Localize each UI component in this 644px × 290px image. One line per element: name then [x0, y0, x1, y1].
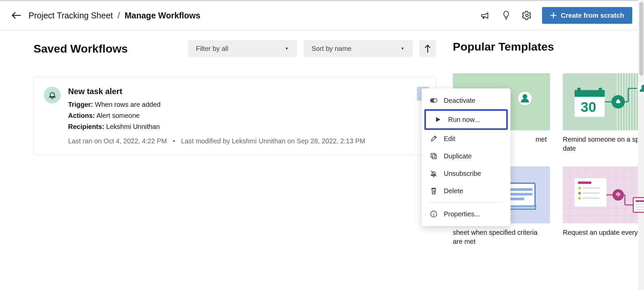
recipients-label: Recipients:: [68, 123, 104, 130]
create-button-label: Create from scratch: [561, 12, 624, 19]
svg-rect-11: [599, 88, 602, 92]
svg-rect-33: [583, 197, 600, 199]
gear-icon: [522, 10, 532, 20]
svg-rect-47: [431, 153, 435, 157]
svg-rect-10: [577, 88, 581, 92]
create-from-scratch-button[interactable]: Create from scratch: [542, 7, 632, 24]
svg-rect-22: [507, 188, 532, 191]
actions-line: Actions: Alert someone: [68, 112, 426, 120]
breadcrumb-current: Manage Workflows: [124, 11, 200, 20]
tips-button[interactable]: [500, 10, 512, 21]
svg-rect-27: [578, 182, 591, 184]
svg-point-1: [526, 14, 528, 17]
menu-duplicate[interactable]: Duplicate: [422, 147, 511, 165]
recipients-value: Lekshmi Unnithan: [106, 123, 160, 130]
menu-unsubscribe[interactable]: Unsubscribe: [422, 165, 511, 182]
card-footer: Last ran on Oct 4, 2022, 4:22 PM • Last …: [68, 137, 426, 145]
toggle-on-icon: [430, 96, 438, 104]
card-head: New task alert Trigger: When rows are ad…: [44, 87, 426, 145]
template-card[interactable]: Request an update every week: [563, 166, 644, 246]
vertical-scrollbar[interactable]: [638, 0, 644, 290]
menu-edit[interactable]: Edit: [422, 130, 511, 147]
svg-text:30: 30: [581, 99, 596, 115]
menu-label: Edit: [444, 135, 455, 143]
menu-label: Deactivate: [444, 97, 476, 104]
menu-label: Duplicate: [444, 152, 472, 160]
trash-icon: [430, 187, 438, 195]
template-illustration-icon: [568, 171, 644, 218]
actions-label: Actions:: [68, 112, 95, 119]
svg-point-17: [618, 99, 619, 100]
play-icon: [434, 116, 442, 124]
breadcrumb: Project Tracking Sheet / Manage Workflow…: [29, 11, 200, 20]
menu-run-now[interactable]: Run now...: [424, 109, 508, 130]
caret-down-icon: ▼: [285, 46, 289, 51]
svg-rect-32: [583, 192, 600, 194]
topbar-left: Project Tracking Sheet / Manage Workflow…: [12, 11, 200, 20]
breadcrumb-parent[interactable]: Project Tracking Sheet: [29, 11, 113, 20]
scrollbar-thumb[interactable]: [639, 2, 643, 76]
menu-label: Properties...: [444, 210, 480, 218]
last-modified-text: Last modified by Lekshmi Unnithan on Sep…: [181, 137, 365, 145]
svg-rect-31: [583, 187, 600, 189]
template-thumbnail: [563, 166, 644, 223]
svg-point-28: [578, 187, 581, 190]
back-arrow-button[interactable]: [12, 11, 21, 20]
svg-marker-45: [436, 117, 440, 122]
workflow-card[interactable]: New task alert Trigger: When rows are ad…: [34, 77, 436, 155]
template-thumbnail: 30: [563, 73, 644, 130]
workflow-actions-menu: Deactivate Run now... Edit Duplicate Uns…: [422, 88, 511, 226]
svg-rect-23: [507, 193, 532, 196]
left-column: Saved Workflows Filter by all ▼ Sort by …: [34, 40, 436, 246]
info-icon: [430, 210, 438, 218]
footer-separator: •: [173, 137, 175, 145]
menu-properties[interactable]: Properties...: [422, 205, 511, 223]
template-label: Remind someone on a specific date: [563, 135, 644, 153]
workflow-title: New task alert: [68, 87, 426, 96]
workflow-type-icon-container: [44, 87, 61, 103]
svg-rect-41: [636, 206, 644, 208]
announcements-button[interactable]: [480, 10, 491, 21]
template-label: sheet when specified criteria are met: [453, 228, 547, 246]
recipients-line: Recipients: Lekshmi Unnithan: [68, 123, 426, 131]
topbar: Project Tracking Sheet / Manage Workflow…: [0, 0, 644, 30]
megaphone-icon: [480, 10, 490, 20]
last-ran-text: Last ran on Oct 4, 2022, 4:22 PM: [68, 137, 167, 145]
filter-label: Filter by all: [196, 45, 228, 53]
menu-deactivate[interactable]: Deactivate: [422, 92, 511, 109]
template-label: Request an update every week: [563, 228, 644, 237]
arrow-up-icon: [424, 44, 431, 53]
breadcrumb-separator: /: [118, 11, 120, 20]
settings-button[interactable]: [521, 10, 533, 21]
svg-point-7: [523, 94, 527, 99]
trigger-value: When rows are added: [95, 101, 161, 108]
svg-rect-46: [432, 155, 436, 159]
sort-select[interactable]: Sort by name ▼: [304, 40, 413, 57]
topbar-right: Create from scratch: [480, 7, 632, 24]
svg-rect-40: [636, 204, 644, 205]
svg-rect-39: [636, 200, 644, 202]
menu-separator: [430, 202, 502, 203]
menu-label: Delete: [444, 187, 463, 195]
svg-rect-42: [636, 209, 644, 210]
trigger-line: Trigger: When rows are added: [68, 101, 426, 108]
pencil-icon: [430, 135, 438, 143]
duplicate-icon: [430, 152, 438, 160]
menu-delete[interactable]: Delete: [422, 182, 511, 200]
main: Saved Workflows Filter by all ▼ Sort by …: [0, 30, 644, 246]
templates-title: Popular Templates: [453, 40, 644, 53]
svg-point-29: [578, 192, 581, 195]
svg-point-50: [433, 212, 434, 213]
saved-workflows-title: Saved Workflows: [34, 42, 181, 55]
filter-select[interactable]: Filter by all ▼: [188, 40, 297, 57]
sort-direction-button[interactable]: [419, 40, 436, 57]
caret-down-icon: ▼: [400, 46, 405, 51]
lightbulb-icon: [501, 10, 511, 20]
saved-workflows-header: Saved Workflows Filter by all ▼ Sort by …: [34, 40, 436, 57]
template-card[interactable]: 30 Remind someone on a specific date: [563, 73, 644, 153]
sort-label: Sort by name: [312, 45, 352, 53]
plus-icon: [550, 12, 557, 19]
arrow-left-icon: [12, 12, 21, 19]
svg-point-30: [578, 197, 581, 200]
card-body: New task alert Trigger: When rows are ad…: [68, 87, 426, 145]
